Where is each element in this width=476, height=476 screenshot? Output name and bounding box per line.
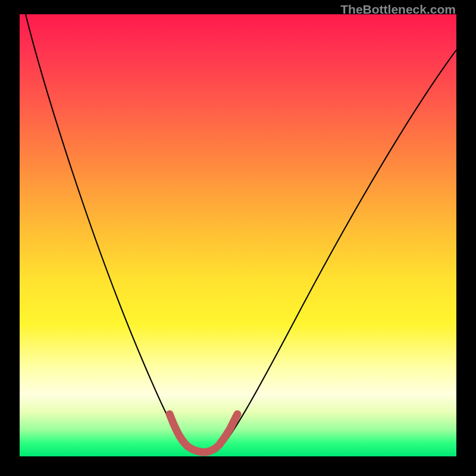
chart-frame: TheBottleneck.com xyxy=(0,0,476,476)
bottleneck-curve xyxy=(26,14,456,454)
low-bottleneck-highlight xyxy=(170,414,237,452)
watermark-text: TheBottleneck.com xyxy=(340,2,456,17)
curve-layer xyxy=(20,14,456,456)
